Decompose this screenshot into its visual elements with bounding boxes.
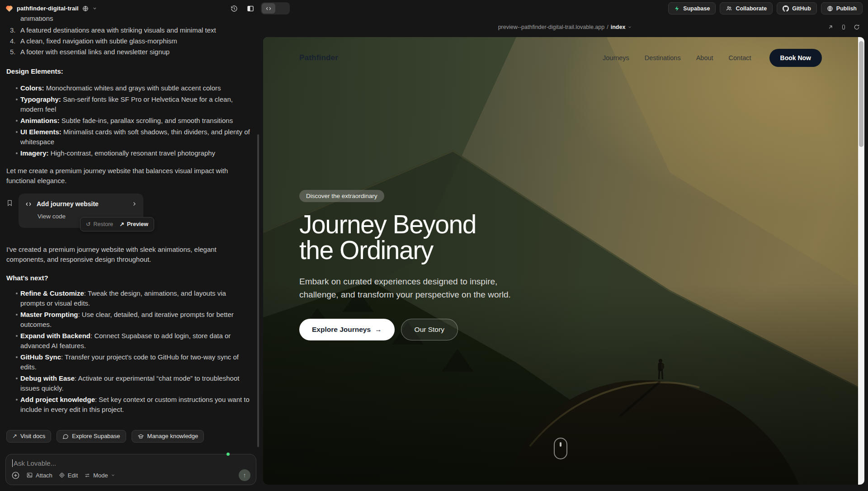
target-icon xyxy=(59,472,65,478)
app-topbar: pathfinder-digital-trail Supabase Col xyxy=(0,0,868,17)
list-item: Typography: San-serif fonts like SF Pro … xyxy=(6,94,251,114)
nav-link-contact[interactable]: Contact xyxy=(729,54,751,61)
supabase-icon xyxy=(674,5,680,12)
site-logo[interactable]: Pathfinder xyxy=(299,53,338,62)
add-button[interactable] xyxy=(11,471,20,480)
send-button[interactable]: ↑ xyxy=(239,469,250,481)
text-caret xyxy=(12,459,13,467)
arrow-right-icon: → xyxy=(375,326,382,334)
refresh-icon[interactable] xyxy=(854,24,860,30)
github-button[interactable]: GitHub xyxy=(777,2,817,14)
design-elements-list: Colors: Monochromatic whites and grays w… xyxy=(6,82,251,160)
hero-heading: Journey Beyond the Ordinary xyxy=(299,212,552,263)
suggestion-chips: ↗ Visit docs Explore Supabase Manage kno… xyxy=(6,430,251,447)
chat-message-area[interactable]: animations 3.A featured destinations are… xyxy=(0,17,256,447)
list-item: Animations: Subtle fade-ins, parallax sc… xyxy=(6,116,251,126)
history-icon[interactable] xyxy=(228,3,240,14)
view-mode-toggle[interactable] xyxy=(261,2,290,14)
preview-url-bar[interactable]: preview--pathfinder-digital-trail.lovabl… xyxy=(498,24,632,30)
code-artifact: Add journey website View code ↺ Restore … xyxy=(6,194,251,233)
hero-content: Discover the extraordinary Journey Beyon… xyxy=(299,190,552,340)
manage-knowledge-button[interactable]: Manage knowledge xyxy=(132,430,204,443)
chevron-down-icon[interactable] xyxy=(92,6,97,11)
globe-icon xyxy=(82,5,89,12)
hero-badge: Discover the extraordinary xyxy=(299,190,384,202)
code-icon xyxy=(25,201,32,207)
whats-next-list: Refine & Customize: Tweak the design, an… xyxy=(6,287,251,416)
composer-input[interactable]: Ask Lovable... xyxy=(14,459,56,467)
scroll-indicator-icon xyxy=(554,438,567,459)
list-item: Master Prompting: Use clear, detailed, a… xyxy=(6,310,251,330)
list-item: UI Elements: Minimalist cards with soft … xyxy=(6,127,251,147)
preview-page: index xyxy=(611,24,626,30)
preview-panel: preview--pathfinder-digital-trail.lovabl… xyxy=(262,17,868,491)
list-item: Add project knowledge: Set key context o… xyxy=(6,395,251,415)
our-story-button[interactable]: Our Story xyxy=(401,319,458,340)
chat-panel: animations 3.A featured destinations are… xyxy=(0,17,262,491)
list-item: Imagery: High-contrast, emotionally reso… xyxy=(6,148,251,158)
site-preview-frame: Pathfinder Journeys Destinations About C… xyxy=(263,37,864,485)
preview-header: preview--pathfinder-digital-trail.lovabl… xyxy=(262,17,868,37)
mobile-device-icon[interactable] xyxy=(841,24,846,31)
open-in-new-icon[interactable] xyxy=(827,24,834,30)
assistant-paragraph: Let me create a premium journey website … xyxy=(6,166,241,186)
preview-url: preview--pathfinder-digital-trail.lovabl… xyxy=(498,24,605,30)
image-icon xyxy=(26,472,33,478)
publish-globe-icon xyxy=(827,5,833,12)
list-item: Expand with Backend: Connect Supabase to… xyxy=(6,331,251,351)
list-item: GitHub Sync: Transfer your project's cod… xyxy=(6,352,251,372)
clipped-text-line: animations xyxy=(6,17,251,24)
chat-composer[interactable]: Ask Lovable... Attach Edit Mode ↑ xyxy=(5,454,256,485)
sliders-icon xyxy=(84,472,90,478)
book-now-button[interactable]: Book Now xyxy=(769,49,822,67)
arrow-ne-icon: ↗ xyxy=(12,431,17,441)
arrow-up-icon: ↑ xyxy=(243,472,246,479)
arrow-ne-icon: ↗ xyxy=(119,219,124,229)
nav-link-about[interactable]: About xyxy=(696,54,713,61)
design-elements-heading: Design Elements: xyxy=(6,66,251,76)
chevron-down-icon xyxy=(627,25,632,29)
edit-button[interactable]: Edit xyxy=(59,472,78,479)
list-item: 4.A clean, fixed navigation with subtle … xyxy=(6,36,251,46)
publish-button[interactable]: Publish xyxy=(821,2,863,14)
list-item: Debug with Ease: Activate our experiment… xyxy=(6,373,251,393)
list-item: Colors: Monochromatic whites and grays w… xyxy=(6,83,251,93)
project-name[interactable]: pathfinder-digital-trail xyxy=(17,5,79,12)
visit-docs-button[interactable]: ↗ Visit docs xyxy=(6,430,51,443)
list-item: Refine & Customize: Tweak the design, an… xyxy=(6,288,251,308)
sidebar-toggle-icon[interactable] xyxy=(245,3,256,14)
hero-subtitle: Embark on curated experiences designed t… xyxy=(299,275,516,301)
status-dot xyxy=(226,453,230,456)
list-item: 5.A footer with essential links and news… xyxy=(6,47,251,57)
preview-button[interactable]: ↗ Preview xyxy=(119,219,148,229)
bookmark-icon[interactable] xyxy=(6,199,13,207)
feature-list: 3.A featured destinations area with stri… xyxy=(6,24,251,58)
attach-button[interactable]: Attach xyxy=(26,472,52,479)
site-scrollbar-thumb[interactable] xyxy=(859,41,863,147)
github-icon xyxy=(783,5,789,12)
restore-icon: ↺ xyxy=(86,219,90,229)
nav-link-destinations[interactable]: Destinations xyxy=(645,54,681,61)
chevron-right-icon xyxy=(132,201,137,207)
explore-supabase-button[interactable]: Explore Supabase xyxy=(57,430,126,443)
chat-bubble-icon xyxy=(62,433,69,439)
list-item: 3.A featured destinations area with stri… xyxy=(6,25,251,35)
graduation-cap-icon xyxy=(137,434,144,439)
site-navbar: Pathfinder Journeys Destinations About C… xyxy=(263,37,858,79)
people-icon xyxy=(726,5,732,11)
restore-button[interactable]: ↺ Restore xyxy=(86,219,113,229)
whats-next-heading: What's next? xyxy=(6,273,251,283)
mode-selector[interactable]: Mode xyxy=(84,472,115,479)
supabase-button[interactable]: Supabase xyxy=(668,2,716,14)
code-view-icon[interactable] xyxy=(262,3,275,14)
collaborate-button[interactable]: Collaborate xyxy=(720,2,773,14)
explore-journeys-button[interactable]: Explore Journeys → xyxy=(299,319,395,340)
nav-link-journeys[interactable]: Journeys xyxy=(603,54,629,61)
chevron-down-icon xyxy=(111,473,115,477)
artifact-title: Add journey website xyxy=(37,199,127,209)
assistant-paragraph: I've created a premium journey website w… xyxy=(6,245,241,264)
artifact-actions: ↺ Restore ↗ Preview xyxy=(80,217,154,231)
site-scrollbar[interactable] xyxy=(858,37,864,485)
lovable-heart-logo xyxy=(5,5,13,12)
chat-scrollbar[interactable] xyxy=(257,134,259,447)
